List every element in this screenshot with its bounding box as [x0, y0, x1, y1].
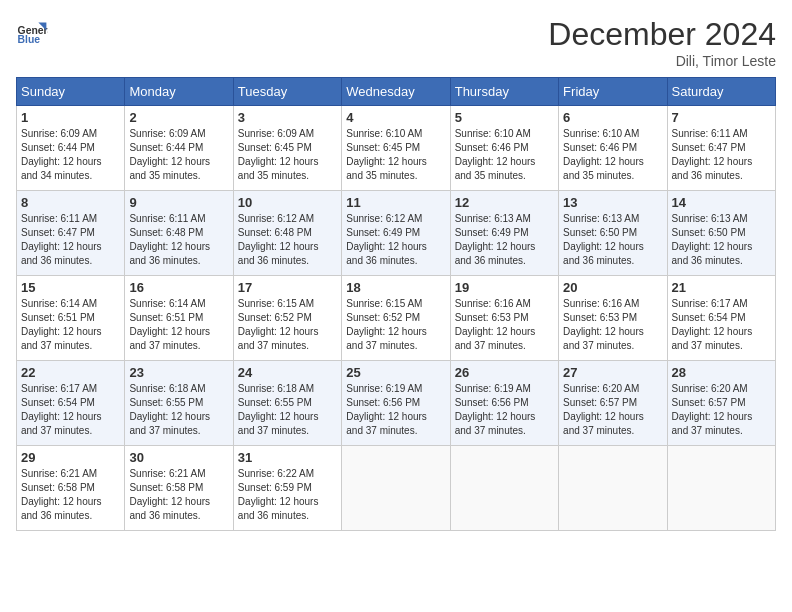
day-number: 16 — [129, 280, 228, 295]
day-info: Sunrise: 6:12 AMSunset: 6:48 PMDaylight:… — [238, 212, 337, 268]
day-number: 13 — [563, 195, 662, 210]
day-info: Sunrise: 6:10 AMSunset: 6:46 PMDaylight:… — [563, 127, 662, 183]
day-number: 10 — [238, 195, 337, 210]
day-number: 8 — [21, 195, 120, 210]
day-of-week-header: Wednesday — [342, 78, 450, 106]
day-info: Sunrise: 6:09 AMSunset: 6:44 PMDaylight:… — [129, 127, 228, 183]
calendar-cell: 21Sunrise: 6:17 AMSunset: 6:54 PMDayligh… — [667, 276, 775, 361]
day-number: 21 — [672, 280, 771, 295]
day-number: 6 — [563, 110, 662, 125]
calendar-cell — [342, 446, 450, 531]
calendar-cell: 2Sunrise: 6:09 AMSunset: 6:44 PMDaylight… — [125, 106, 233, 191]
calendar-cell: 31Sunrise: 6:22 AMSunset: 6:59 PMDayligh… — [233, 446, 341, 531]
calendar-header-row: SundayMondayTuesdayWednesdayThursdayFrid… — [17, 78, 776, 106]
calendar-cell: 23Sunrise: 6:18 AMSunset: 6:55 PMDayligh… — [125, 361, 233, 446]
calendar-cell: 15Sunrise: 6:14 AMSunset: 6:51 PMDayligh… — [17, 276, 125, 361]
location-subtitle: Dili, Timor Leste — [548, 53, 776, 69]
day-info: Sunrise: 6:11 AMSunset: 6:48 PMDaylight:… — [129, 212, 228, 268]
day-info: Sunrise: 6:14 AMSunset: 6:51 PMDaylight:… — [129, 297, 228, 353]
month-title: December 2024 — [548, 16, 776, 53]
day-info: Sunrise: 6:11 AMSunset: 6:47 PMDaylight:… — [672, 127, 771, 183]
calendar-cell: 4Sunrise: 6:10 AMSunset: 6:45 PMDaylight… — [342, 106, 450, 191]
day-number: 26 — [455, 365, 554, 380]
title-section: December 2024 Dili, Timor Leste — [548, 16, 776, 69]
calendar-week-row: 1Sunrise: 6:09 AMSunset: 6:44 PMDaylight… — [17, 106, 776, 191]
day-info: Sunrise: 6:20 AMSunset: 6:57 PMDaylight:… — [563, 382, 662, 438]
day-number: 7 — [672, 110, 771, 125]
day-info: Sunrise: 6:15 AMSunset: 6:52 PMDaylight:… — [238, 297, 337, 353]
day-number: 9 — [129, 195, 228, 210]
day-number: 17 — [238, 280, 337, 295]
calendar-cell: 27Sunrise: 6:20 AMSunset: 6:57 PMDayligh… — [559, 361, 667, 446]
day-number: 12 — [455, 195, 554, 210]
day-info: Sunrise: 6:12 AMSunset: 6:49 PMDaylight:… — [346, 212, 445, 268]
day-info: Sunrise: 6:22 AMSunset: 6:59 PMDaylight:… — [238, 467, 337, 523]
day-info: Sunrise: 6:16 AMSunset: 6:53 PMDaylight:… — [455, 297, 554, 353]
calendar-cell — [667, 446, 775, 531]
day-info: Sunrise: 6:10 AMSunset: 6:46 PMDaylight:… — [455, 127, 554, 183]
day-info: Sunrise: 6:13 AMSunset: 6:50 PMDaylight:… — [563, 212, 662, 268]
calendar-cell: 20Sunrise: 6:16 AMSunset: 6:53 PMDayligh… — [559, 276, 667, 361]
calendar-cell: 28Sunrise: 6:20 AMSunset: 6:57 PMDayligh… — [667, 361, 775, 446]
calendar-cell: 11Sunrise: 6:12 AMSunset: 6:49 PMDayligh… — [342, 191, 450, 276]
day-info: Sunrise: 6:09 AMSunset: 6:45 PMDaylight:… — [238, 127, 337, 183]
calendar-week-row: 8Sunrise: 6:11 AMSunset: 6:47 PMDaylight… — [17, 191, 776, 276]
page-header: General Blue December 2024 Dili, Timor L… — [16, 16, 776, 69]
day-info: Sunrise: 6:17 AMSunset: 6:54 PMDaylight:… — [21, 382, 120, 438]
day-of-week-header: Saturday — [667, 78, 775, 106]
calendar-cell: 12Sunrise: 6:13 AMSunset: 6:49 PMDayligh… — [450, 191, 558, 276]
day-number: 2 — [129, 110, 228, 125]
calendar-cell — [559, 446, 667, 531]
day-number: 29 — [21, 450, 120, 465]
day-info: Sunrise: 6:19 AMSunset: 6:56 PMDaylight:… — [455, 382, 554, 438]
day-of-week-header: Tuesday — [233, 78, 341, 106]
day-number: 28 — [672, 365, 771, 380]
day-number: 27 — [563, 365, 662, 380]
day-number: 1 — [21, 110, 120, 125]
day-of-week-header: Monday — [125, 78, 233, 106]
calendar-cell: 1Sunrise: 6:09 AMSunset: 6:44 PMDaylight… — [17, 106, 125, 191]
day-number: 15 — [21, 280, 120, 295]
calendar-cell: 30Sunrise: 6:21 AMSunset: 6:58 PMDayligh… — [125, 446, 233, 531]
day-of-week-header: Friday — [559, 78, 667, 106]
day-number: 5 — [455, 110, 554, 125]
day-info: Sunrise: 6:13 AMSunset: 6:50 PMDaylight:… — [672, 212, 771, 268]
calendar-cell: 13Sunrise: 6:13 AMSunset: 6:50 PMDayligh… — [559, 191, 667, 276]
day-number: 11 — [346, 195, 445, 210]
calendar-table: SundayMondayTuesdayWednesdayThursdayFrid… — [16, 77, 776, 531]
calendar-cell: 5Sunrise: 6:10 AMSunset: 6:46 PMDaylight… — [450, 106, 558, 191]
day-number: 14 — [672, 195, 771, 210]
calendar-cell — [450, 446, 558, 531]
day-info: Sunrise: 6:18 AMSunset: 6:55 PMDaylight:… — [238, 382, 337, 438]
day-number: 18 — [346, 280, 445, 295]
day-number: 23 — [129, 365, 228, 380]
calendar-cell: 3Sunrise: 6:09 AMSunset: 6:45 PMDaylight… — [233, 106, 341, 191]
day-info: Sunrise: 6:14 AMSunset: 6:51 PMDaylight:… — [21, 297, 120, 353]
svg-text:Blue: Blue — [18, 34, 41, 45]
day-info: Sunrise: 6:15 AMSunset: 6:52 PMDaylight:… — [346, 297, 445, 353]
day-number: 4 — [346, 110, 445, 125]
day-info: Sunrise: 6:17 AMSunset: 6:54 PMDaylight:… — [672, 297, 771, 353]
day-number: 25 — [346, 365, 445, 380]
day-number: 19 — [455, 280, 554, 295]
day-info: Sunrise: 6:16 AMSunset: 6:53 PMDaylight:… — [563, 297, 662, 353]
day-info: Sunrise: 6:09 AMSunset: 6:44 PMDaylight:… — [21, 127, 120, 183]
day-number: 22 — [21, 365, 120, 380]
calendar-cell: 14Sunrise: 6:13 AMSunset: 6:50 PMDayligh… — [667, 191, 775, 276]
calendar-cell: 9Sunrise: 6:11 AMSunset: 6:48 PMDaylight… — [125, 191, 233, 276]
calendar-cell: 10Sunrise: 6:12 AMSunset: 6:48 PMDayligh… — [233, 191, 341, 276]
calendar-cell: 26Sunrise: 6:19 AMSunset: 6:56 PMDayligh… — [450, 361, 558, 446]
day-of-week-header: Sunday — [17, 78, 125, 106]
day-info: Sunrise: 6:21 AMSunset: 6:58 PMDaylight:… — [21, 467, 120, 523]
day-info: Sunrise: 6:11 AMSunset: 6:47 PMDaylight:… — [21, 212, 120, 268]
day-info: Sunrise: 6:19 AMSunset: 6:56 PMDaylight:… — [346, 382, 445, 438]
day-number: 3 — [238, 110, 337, 125]
calendar-cell: 24Sunrise: 6:18 AMSunset: 6:55 PMDayligh… — [233, 361, 341, 446]
day-number: 20 — [563, 280, 662, 295]
logo: General Blue — [16, 16, 48, 48]
calendar-cell: 29Sunrise: 6:21 AMSunset: 6:58 PMDayligh… — [17, 446, 125, 531]
day-info: Sunrise: 6:20 AMSunset: 6:57 PMDaylight:… — [672, 382, 771, 438]
calendar-cell: 8Sunrise: 6:11 AMSunset: 6:47 PMDaylight… — [17, 191, 125, 276]
day-info: Sunrise: 6:13 AMSunset: 6:49 PMDaylight:… — [455, 212, 554, 268]
calendar-cell: 18Sunrise: 6:15 AMSunset: 6:52 PMDayligh… — [342, 276, 450, 361]
